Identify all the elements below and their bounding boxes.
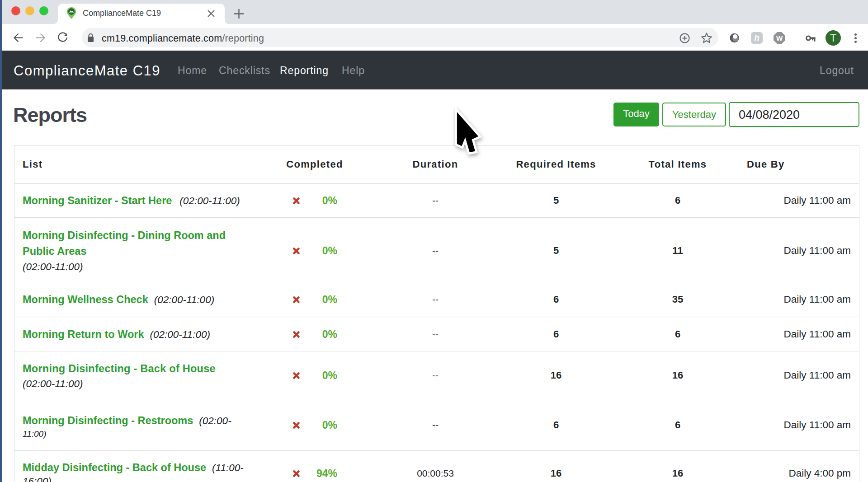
svg-text:W: W [776, 34, 783, 42]
